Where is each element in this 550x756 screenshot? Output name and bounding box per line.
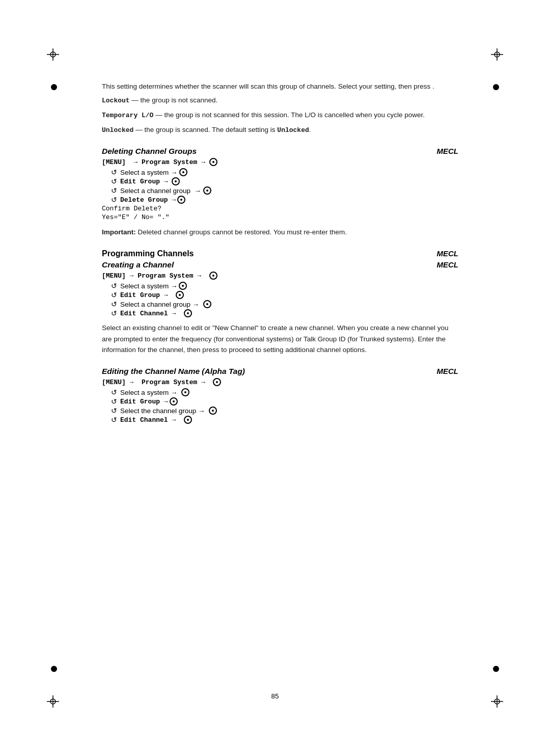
- knob-icon-12: [181, 388, 189, 396]
- creating-title: Creating a Channel: [102, 260, 174, 269]
- step-select-channel-group-1: ↺ Select a channel group →: [111, 186, 458, 195]
- lockout-text: — the group is not scanned.: [130, 96, 218, 104]
- deleting-header: Deleting Channel Groups MECL: [102, 147, 458, 156]
- step-edit-group-2: ↺ Edit Group →: [111, 291, 458, 299]
- creating-mecl: MECL: [437, 260, 459, 269]
- curved-arrow-icon-11: ↺: [111, 407, 117, 415]
- prog-menu-text: [MENU] → Program System →: [102, 272, 209, 280]
- step-select-system-3: ↺ Select a system →: [111, 388, 458, 396]
- unlocked-label2: Unlocked: [277, 126, 309, 134]
- step-edit-group-1: ↺ Edit Group →: [111, 177, 458, 185]
- curved-arrow-icon-5: ↺: [111, 282, 117, 290]
- step-edit-channel-2: ↺ Edit Channel →: [111, 416, 458, 424]
- crosshair-tr: [491, 48, 503, 61]
- step-edit-channel-1: ↺ Edit Channel →: [111, 309, 458, 317]
- crosshair-br: [491, 695, 503, 708]
- unlocked-line: Unlocked — the group is scanned. The def…: [102, 125, 458, 136]
- knob-icon-6: [209, 272, 217, 280]
- step-text-5: Select a system →: [120, 282, 178, 290]
- programming-header: Programming Channels MECL: [102, 249, 458, 258]
- knob-icon-13: [170, 397, 178, 406]
- content: This setting determines whether the scan…: [102, 82, 458, 424]
- temp-label: Temporary L/O: [102, 112, 153, 119]
- editing-mecl: MECL: [437, 367, 459, 375]
- step-text-10: Edit Group →: [120, 398, 168, 406]
- step-text-4: Delete Group →: [120, 196, 176, 204]
- confirm-text1: Confirm Delete?: [102, 205, 161, 212]
- curved-arrow-icon-1: ↺: [111, 168, 117, 176]
- curved-arrow-icon-3: ↺: [111, 186, 117, 195]
- dot-tr: [493, 84, 499, 90]
- step-text-2: Edit Group →: [120, 178, 172, 185]
- deleting-important: Important: Deleted channel groups cannot…: [102, 227, 458, 238]
- editing-header: Editing the Channel Name (Alpha Tag) MEC…: [102, 367, 458, 376]
- knob-icon-10: [184, 309, 192, 317]
- step-text-6: Edit Group →: [120, 291, 176, 299]
- curved-arrow-icon-9: ↺: [111, 388, 117, 396]
- sub-section-creating: Creating a Channel MECL [MENU] → Program…: [102, 260, 458, 317]
- temp-line: Temporary L/O — the group is not scanned…: [102, 110, 458, 121]
- knob-icon-4: [203, 186, 211, 195]
- dot-tl: [51, 84, 57, 90]
- curved-arrow-icon-12: ↺: [111, 416, 117, 424]
- unlocked-text2: .: [309, 126, 311, 133]
- step-select-system-1: ↺ Select a system →: [111, 168, 458, 176]
- step-select-system-2: ↺ Select a system →: [111, 282, 458, 290]
- crosshair-bl: [47, 695, 59, 708]
- step-text-1: Select a system →: [120, 169, 179, 176]
- programming-body: Select an existing channel to edit or "N…: [102, 322, 458, 356]
- knob-icon-15: [184, 416, 192, 424]
- section-programming: Programming Channels MECL Creating a Cha…: [102, 249, 458, 356]
- step-text-7: Select a channel group →: [120, 301, 203, 308]
- unlocked-label: Unlocked: [102, 126, 133, 134]
- curved-arrow-icon-10: ↺: [111, 397, 117, 406]
- lockout-label: Lockout: [102, 97, 130, 104]
- step-delete-group: ↺ Delete Group →: [111, 196, 458, 204]
- lockout-line: Lockout — the group is not scanned.: [102, 95, 458, 106]
- step-text-8: Edit Channel →: [120, 310, 184, 317]
- section-deleting: Deleting Channel Groups MECL [MENU] → Pr…: [102, 147, 458, 238]
- knob-icon-2: [179, 168, 187, 176]
- important-label: Important:: [102, 228, 136, 236]
- knob-icon-8: [176, 291, 184, 299]
- knob-icon-7: [179, 282, 187, 290]
- deleting-mecl: MECL: [437, 147, 459, 155]
- knob-icon-11: [213, 378, 221, 386]
- page-number: 85: [271, 692, 279, 700]
- programming-menu-line: [MENU] → Program System →: [102, 272, 458, 280]
- step-text-11: Select the channel group →: [120, 407, 209, 415]
- knob-icon-3: [172, 177, 180, 185]
- step-text-12: Edit Channel →: [120, 416, 184, 424]
- step-select-channel-group-2: ↺ Select a channel group →: [111, 300, 458, 308]
- dot-bl: [51, 666, 57, 672]
- crosshair-tl: [47, 48, 59, 61]
- deleting-menu-line: [MENU] → Program System →: [102, 158, 458, 166]
- curved-arrow-icon-6: ↺: [111, 291, 117, 299]
- knob-icon-1: [209, 158, 217, 166]
- editing-menu-text: [MENU] → Program System →: [102, 379, 213, 386]
- unlocked-text1: — the group is scanned. The default sett…: [133, 126, 277, 133]
- knob-icon-14: [209, 407, 217, 415]
- creating-header: Creating a Channel MECL: [102, 260, 458, 269]
- step-text-9: Select a system →: [120, 389, 181, 396]
- step-edit-group-3: ↺ Edit Group →: [111, 397, 458, 406]
- page: This setting determines whether the scan…: [0, 0, 550, 756]
- confirm-text2: Yes="E" / No= ".": [102, 213, 170, 221]
- temp-text: — the group is not scanned for this sess…: [153, 111, 425, 119]
- curved-arrow-icon-4: ↺: [111, 196, 117, 204]
- editing-title: Editing the Channel Name (Alpha Tag): [102, 367, 245, 376]
- intro-text1: This setting determines whether the scan…: [102, 83, 434, 90]
- curved-arrow-icon-7: ↺: [111, 300, 117, 308]
- knob-icon-9: [203, 300, 211, 308]
- programming-mecl: MECL: [437, 249, 459, 258]
- section-editing: Editing the Channel Name (Alpha Tag) MEC…: [102, 367, 458, 424]
- deleting-menu-text: [MENU] → Program System →: [102, 158, 209, 166]
- intro-paragraph: This setting determines whether the scan…: [102, 82, 458, 92]
- step-select-channel-group-3: ↺ Select the channel group →: [111, 407, 458, 415]
- knob-icon-5: [177, 196, 185, 204]
- deleting-title: Deleting Channel Groups: [102, 147, 197, 156]
- dot-br: [493, 666, 499, 672]
- step-text-3: Select a channel group →: [120, 187, 203, 195]
- programming-title: Programming Channels: [102, 249, 194, 258]
- curved-arrow-icon-8: ↺: [111, 309, 117, 317]
